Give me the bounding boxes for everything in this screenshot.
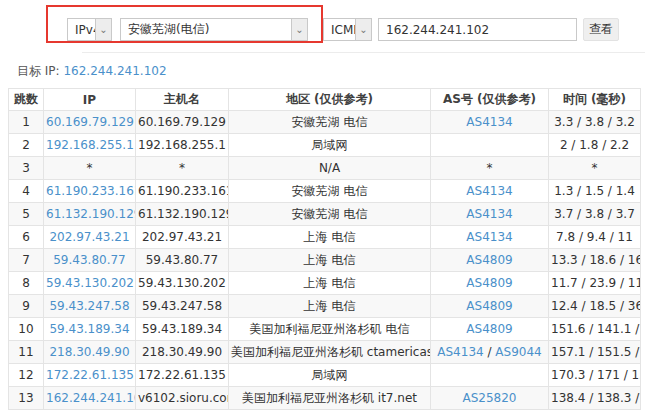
asn-link[interactable]: AS25820: [463, 391, 517, 405]
hop-number-cell: 11: [9, 341, 44, 364]
asn-link[interactable]: AS9044: [495, 345, 541, 359]
region-cell: 美国加利福尼亚州洛杉矶 it7.net: [229, 387, 431, 410]
asn-cell: AS4809: [431, 272, 549, 295]
time-cell: 138.4 / 138.3 / 138.3: [549, 387, 641, 410]
hop-number-cell: 7: [9, 249, 44, 272]
ip-link[interactable]: 192.168.255.1: [46, 138, 134, 152]
region-cell: 局域网: [229, 134, 431, 157]
ip-cell: *: [44, 157, 136, 180]
col-header-host: 主机名: [136, 89, 229, 111]
table-row: 5 61.132.190.129 61.132.190.129 安徽芜湖 电信 …: [9, 203, 641, 226]
hostname-cell: 172.22.61.135: [136, 364, 229, 387]
hop-number-cell: 9: [9, 295, 44, 318]
asn-link[interactable]: AS4809: [466, 299, 512, 313]
target-ip-value: 162.244.241.102: [63, 64, 166, 78]
trace-table: 跳数 IP 主机名 地区 (仅供参考) AS号 (仅供参考) 时间 (毫秒) 1…: [8, 88, 641, 410]
node-select[interactable]: 安徽芜湖(电信) ⌄: [120, 18, 308, 41]
table-row: 10 59.43.189.34 59.43.189.34 美国加利福尼亚州洛杉矶…: [9, 318, 641, 341]
col-header-region: 地区 (仅供参考): [229, 89, 431, 111]
target-ip-input[interactable]: [378, 18, 577, 41]
ip-link[interactable]: 59.43.130.202: [46, 276, 134, 290]
asn-link[interactable]: AS4134: [466, 184, 512, 198]
hop-number-cell: 6: [9, 226, 44, 249]
hop-number-cell: 3: [9, 157, 44, 180]
hostname-cell: 59.43.80.77: [136, 249, 229, 272]
col-header-asn: AS号 (仅供参考): [431, 89, 549, 111]
ip-link[interactable]: 59.43.247.58: [49, 299, 129, 313]
asn-link[interactable]: AS4809: [466, 253, 512, 267]
hostname-cell: 218.30.49.90: [136, 341, 229, 364]
hostname-cell: 60.169.79.129: [136, 111, 229, 134]
asn-cell: [431, 364, 549, 387]
ip-cell: 59.43.189.34: [44, 318, 136, 341]
region-cell: 美国加利福尼亚州洛杉矶 ctamericas.com: [229, 341, 431, 364]
view-button[interactable]: 查看: [583, 18, 619, 41]
protocol-select[interactable]: ICMP ⌄: [323, 18, 372, 41]
time-cell: 12.4 / 18.5 / 36.7: [549, 295, 641, 318]
asn-cell: AS4134: [431, 111, 549, 134]
region-cell: 上海 电信: [229, 272, 431, 295]
region-cell: 局域网: [229, 364, 431, 387]
ip-link[interactable]: 61.190.233.161: [46, 184, 136, 198]
chevron-down-icon: ⌄: [355, 19, 371, 40]
asn-link[interactable]: AS4809: [466, 322, 512, 336]
region-cell: 安徽芜湖 电信: [229, 180, 431, 203]
hostname-cell: 59.43.247.58: [136, 295, 229, 318]
chevron-down-icon: ⌄: [95, 19, 111, 40]
region-cell: 上海 电信: [229, 295, 431, 318]
asn-link[interactable]: AS4134: [437, 345, 483, 359]
region-cell: 上海 电信: [229, 249, 431, 272]
time-cell: 151.6 / 141.1 / 151.5: [549, 318, 641, 341]
table-row: 6 202.97.43.21 202.97.43.21 上海 电信 AS4134…: [9, 226, 641, 249]
ip-cell: 59.43.130.202: [44, 272, 136, 295]
asn-cell: AS4809: [431, 249, 549, 272]
ip-link[interactable]: 61.132.190.129: [46, 207, 136, 221]
ip-link[interactable]: 218.30.49.90: [49, 345, 129, 359]
asn-cell: AS4809: [431, 295, 549, 318]
hop-number-cell: 2: [9, 134, 44, 157]
ip-link[interactable]: 59.43.189.34: [49, 322, 129, 336]
table-header-row: 跳数 IP 主机名 地区 (仅供参考) AS号 (仅供参考) 时间 (毫秒): [9, 89, 641, 111]
time-cell: 13.3 / 18.6 / 16.2: [549, 249, 641, 272]
asn-link[interactable]: AS4134: [466, 230, 512, 244]
asn-link[interactable]: AS4134: [466, 115, 512, 129]
table-row: 11 218.30.49.90 218.30.49.90 美国加利福尼亚州洛杉矶…: [9, 341, 641, 364]
ip-link[interactable]: 162.244.241.102: [46, 391, 136, 405]
ip-link[interactable]: 172.22.61.135: [46, 368, 134, 382]
table-row: 2 192.168.255.1 192.168.255.1 局域网 2 / 1.…: [9, 134, 641, 157]
hop-number-cell: 8: [9, 272, 44, 295]
traceroute-page: IPv4 ⌄ 安徽芜湖(电信) ⌄ ICMP ⌄ 查看 目标 IP: 162.2…: [0, 0, 647, 415]
hostname-cell: 61.132.190.129: [136, 203, 229, 226]
hostname-cell: v6102.sioru.com: [136, 387, 229, 410]
region-cell: N/A: [229, 157, 431, 180]
hostname-cell: 192.168.255.1: [136, 134, 229, 157]
hop-number-cell: 1: [9, 111, 44, 134]
table-row: 7 59.43.80.77 59.43.80.77 上海 电信 AS4809 1…: [9, 249, 641, 272]
hop-number-cell: 4: [9, 180, 44, 203]
ip-cell: 60.169.79.129: [44, 111, 136, 134]
asn-cell: [431, 134, 549, 157]
trace-table-body: 1 60.169.79.129 60.169.79.129 安徽芜湖 电信 AS…: [9, 111, 641, 410]
time-cell: 11.7 / 23.9 / 11.3: [549, 272, 641, 295]
table-row: 9 59.43.247.58 59.43.247.58 上海 电信 AS4809…: [9, 295, 641, 318]
ip-cell: 61.190.233.161: [44, 180, 136, 203]
region-cell: 安徽芜湖 电信: [229, 203, 431, 226]
hop-number-cell: 10: [9, 318, 44, 341]
target-ip-line: 目标 IP: 162.244.241.102: [17, 63, 167, 80]
hostname-cell: 59.43.189.34: [136, 318, 229, 341]
col-header-time: 时间 (毫秒): [549, 89, 641, 111]
asn-link[interactable]: AS4809: [466, 276, 512, 290]
asn-cell: AS4134: [431, 203, 549, 226]
ip-version-select[interactable]: IPv4 ⌄: [67, 18, 112, 41]
table-row: 13 162.244.241.102 v6102.sioru.com 美国加利福…: [9, 387, 641, 410]
table-row: 12 172.22.61.135 172.22.61.135 局域网 170.3…: [9, 364, 641, 387]
col-header-ip: IP: [44, 89, 136, 111]
ip-cell: 59.43.80.77: [44, 249, 136, 272]
hostname-cell: 202.97.43.21: [136, 226, 229, 249]
ip-link[interactable]: 202.97.43.21: [49, 230, 129, 244]
ip-link[interactable]: 60.169.79.129: [46, 115, 134, 129]
asn-link[interactable]: AS4134: [466, 207, 512, 221]
asn-cell: AS25820: [431, 387, 549, 410]
ip-cell: 61.132.190.129: [44, 203, 136, 226]
ip-link[interactable]: 59.43.80.77: [53, 253, 126, 267]
